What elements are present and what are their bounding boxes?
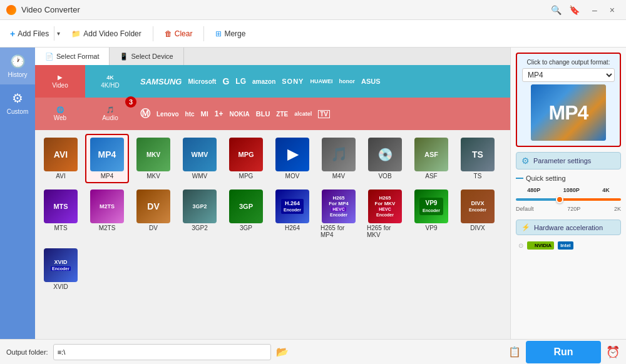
brand-lenovo[interactable]: Lenovo	[156, 111, 179, 118]
format-item-mp4[interactable]: MP4 MP4	[85, 134, 129, 183]
custom-icon: ⚙	[12, 91, 23, 106]
tab-select-format[interactable]: 📄 Select Format	[35, 48, 110, 65]
brand-blu[interactable]: BLU	[256, 110, 270, 118]
toolbar-separator-1	[153, 26, 153, 41]
brand-nokia[interactable]: NOKIA	[229, 111, 249, 118]
format-item-wmv[interactable]: WMV WMV	[178, 134, 222, 183]
close-button[interactable]: ×	[605, 4, 620, 16]
parameter-settings-button[interactable]: ⚙ Parameter settings	[516, 152, 621, 169]
output-path-input[interactable]	[53, 344, 272, 360]
format-item-m4v[interactable]: 🎵 M4V	[317, 134, 361, 183]
browse-folder-button[interactable]: 📂	[276, 346, 289, 358]
clear-button[interactable]: 🗑 Clear	[158, 26, 199, 42]
format-item-mkv[interactable]: MKV MKV	[131, 134, 175, 183]
format-thumb-vp9: VP9Encoder	[414, 190, 448, 223]
mp4-preview-label: MP4	[549, 101, 588, 124]
param-icon: ⚙	[521, 156, 530, 166]
hardware-acceleration-button[interactable]: ⚡ Hardware acceleration	[516, 220, 621, 235]
quality-slider-area: 480P 1080P 4K Default 720P 2K	[516, 185, 621, 215]
format-item-3gp2[interactable]: 3GP2 3GP2	[178, 186, 222, 242]
brand-htc[interactable]: htc	[185, 111, 195, 118]
format-item-m2ts[interactable]: M2TS M2TS	[85, 186, 129, 242]
format-select-dropdown[interactable]: MP4 MKV AVI	[522, 68, 615, 82]
add-files-button[interactable]: + Add Files	[5, 25, 54, 43]
brand-alcatel[interactable]: alcatel	[294, 111, 312, 117]
format-label-asf: ASF	[425, 173, 437, 179]
brand-honor[interactable]: honor	[339, 78, 355, 84]
brand-sony[interactable]: SONY	[282, 78, 304, 85]
format-item-h264[interactable]: H.264Encoder H264	[270, 186, 314, 242]
brand-tv[interactable]: TV	[318, 110, 330, 118]
format-item-divx[interactable]: DIVXEncoder DIVX	[456, 186, 500, 242]
brand-asus[interactable]: ASUS	[361, 78, 381, 85]
brand-huawei[interactable]: HUAWEI	[310, 78, 332, 84]
brand-samsung[interactable]: SAMSUNG	[140, 77, 182, 86]
favorite-icon[interactable]: 🔖	[569, 5, 580, 15]
sidebar-item-history[interactable]: 🕐 History	[0, 48, 35, 84]
format-item-avi[interactable]: AVI AVI	[39, 134, 83, 183]
format-label-h264: H264	[285, 225, 300, 231]
add-video-folder-button[interactable]: 📁 Add Video Folder	[65, 26, 148, 42]
format-thumb-xvid: XVIDEncoder	[44, 248, 78, 282]
format-item-3gp[interactable]: 3GP 3GP	[224, 186, 268, 242]
brand-mi[interactable]: MI	[201, 110, 208, 118]
format-item-xvid[interactable]: XVIDEncoder XVID	[39, 245, 83, 294]
sidebar-custom-label: Custom	[7, 108, 28, 115]
minimize-button[interactable]: –	[587, 4, 602, 16]
audio-category-button[interactable]: 🎵 Audio 3	[85, 98, 135, 130]
brand-motorola[interactable]: Ⓜ	[140, 108, 150, 121]
format-label-divx: DIVX	[470, 225, 485, 231]
format-item-mov[interactable]: ▶ MOV	[270, 134, 314, 183]
history-icon: 🕐	[10, 54, 26, 69]
format-thumb-avi: AVI	[44, 138, 78, 171]
brand-oneplus[interactable]: 1+	[215, 109, 223, 118]
label-720p: 720P	[567, 206, 580, 212]
brand-zte[interactable]: ZTE	[276, 111, 288, 118]
format-item-h265mp4[interactable]: H265For MP4HEVCEncoder H265 for MP4	[317, 186, 361, 242]
format-thumb-mpg: MPG	[229, 138, 263, 171]
format-thumb-divx: DIVXEncoder	[461, 190, 495, 223]
tab-select-device[interactable]: 📱 Select Device	[110, 48, 183, 65]
web-category-button[interactable]: 🌐 Web	[35, 98, 85, 130]
nvidia-badge[interactable]: ◀ NVIDIA	[527, 241, 554, 250]
brand-google[interactable]: G	[222, 76, 229, 86]
audio-label: Audio	[102, 114, 118, 121]
merge-button[interactable]: ⊞ Merge	[209, 26, 252, 42]
run-button[interactable]: Run	[526, 341, 601, 363]
quick-setting-section: Quick setting 480P 1080P 4K Default 720P…	[516, 174, 621, 215]
alarm-button[interactable]: ⏰	[606, 345, 620, 359]
format-item-h265mkv[interactable]: H265For MKVHEVCEncoder H265 for MKV	[363, 186, 407, 242]
device-tab-icon: 📱	[120, 53, 128, 61]
search-icon[interactable]: 🔍	[551, 5, 562, 15]
add-folder-label: Add Video Folder	[83, 29, 141, 38]
bottom-brands: Ⓜ Lenovo htc MI 1+ NOKIA BLU ZTE alcatel…	[135, 98, 510, 130]
format-item-dv[interactable]: DV DV	[131, 186, 175, 242]
video-row: ▶ Video 4K 4K/HD	[35, 65, 135, 98]
brand-microsoft[interactable]: Microsoft	[188, 78, 216, 85]
format-item-asf[interactable]: ASF ASF	[409, 134, 453, 183]
add-files-dropdown[interactable]: ▾	[54, 26, 63, 41]
format-label-ts: TS	[474, 173, 482, 179]
brand-amazon[interactable]: amazon	[252, 78, 275, 85]
video-category-button[interactable]: ▶ Video	[35, 65, 85, 98]
format-grid-area: AVI AVI MP4 MP4 MKV MKV	[35, 130, 510, 339]
subtitle-button[interactable]: 📋	[508, 346, 521, 358]
brand-lg[interactable]: LG	[235, 77, 246, 86]
top-brands: SAMSUNG Microsoft G LG amazon SONY HUAWE…	[135, 65, 510, 98]
format-item-vp9[interactable]: VP9Encoder VP9	[409, 186, 453, 242]
slider-thumb[interactable]	[556, 196, 563, 203]
sidebar-history-label: History	[8, 71, 27, 78]
format-item-mpg[interactable]: MPG MPG	[224, 134, 268, 183]
format-thumb-mov: ▶	[275, 138, 309, 171]
format-item-ts[interactable]: TS TS	[456, 134, 500, 183]
4khd-category-button[interactable]: 4K 4K/HD	[85, 65, 135, 98]
intel-label: Intel	[560, 243, 570, 248]
format-item-vob[interactable]: 💿 VOB	[363, 134, 407, 183]
format-item-mts[interactable]: MTS MTS	[39, 186, 83, 242]
format-label-mp4: MP4	[101, 173, 114, 179]
sidebar-item-custom[interactable]: ⚙ Custom	[0, 84, 35, 121]
quality-slider-track[interactable]	[516, 198, 621, 201]
intel-badge[interactable]: Intel	[558, 241, 573, 250]
format-thumb-h264: H.264Encoder	[275, 190, 309, 223]
format-thumb-3gp: 3GP	[229, 190, 263, 223]
